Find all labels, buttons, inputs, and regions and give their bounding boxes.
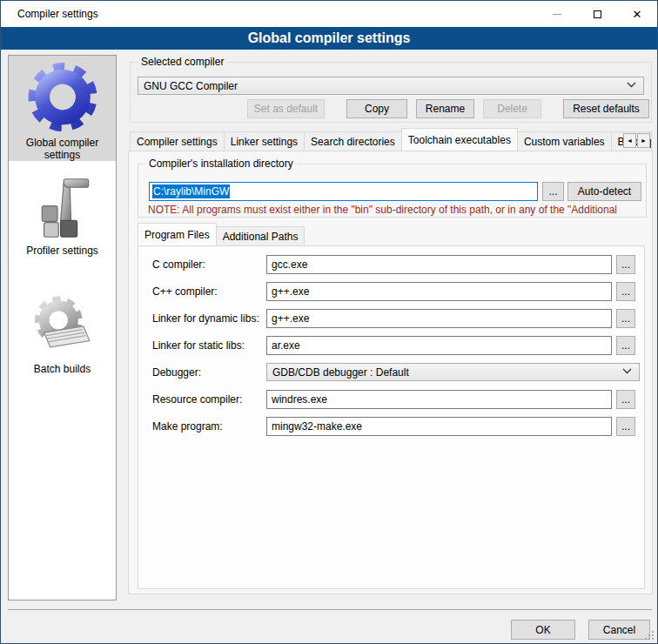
program-files-page: C compiler: ... C++ compiler: ... Linker… bbox=[138, 245, 645, 589]
cancel-button[interactable]: Cancel bbox=[588, 620, 650, 640]
minimize-icon bbox=[553, 14, 561, 15]
tab-scroll-right-icon: ► bbox=[641, 138, 647, 144]
dynamic-linker-row: Linker for dynamic libs: ... bbox=[138, 309, 644, 328]
sidebar-item-label: Batch builds bbox=[16, 363, 110, 375]
delete-button[interactable]: Delete bbox=[483, 99, 541, 118]
debugger-row: Debugger: GDB/CDB debugger : Default bbox=[138, 363, 644, 382]
minimize-button[interactable] bbox=[537, 1, 577, 27]
browse-directory-button[interactable]: ... bbox=[542, 182, 564, 201]
profiler-caliper-icon bbox=[30, 175, 96, 241]
cpp-compiler-label: C++ compiler: bbox=[152, 285, 218, 298]
installation-directory-input[interactable]: C:\raylib\MinGW bbox=[149, 182, 538, 201]
debugger-label: Debugger: bbox=[152, 366, 201, 379]
installation-directory-value: C:\raylib\MinGW bbox=[152, 184, 230, 198]
sidebar-item-profiler-settings[interactable]: Profiler settings bbox=[9, 170, 116, 264]
tab-scroll-left-button[interactable]: ◄ bbox=[623, 133, 636, 148]
static-linker-input[interactable] bbox=[266, 336, 612, 355]
caption-buttons: ✕ bbox=[537, 1, 657, 27]
installation-directory-legend: Compiler's installation directory bbox=[145, 158, 297, 170]
close-icon: ✕ bbox=[633, 9, 642, 20]
compiler-tabs: Compiler settings Linker settings Search… bbox=[130, 131, 652, 151]
set-as-default-button[interactable]: Set as default bbox=[247, 99, 325, 118]
note-text: NOTE: All programs must exist either in … bbox=[148, 204, 641, 216]
window-title: Compiler settings bbox=[17, 8, 98, 20]
debugger-select-value: GDB/CDB debugger : Default bbox=[272, 366, 409, 379]
resource-compiler-row: Resource compiler: ... bbox=[138, 390, 644, 409]
make-program-input[interactable] bbox=[266, 417, 612, 436]
tab-custom-variables[interactable]: Custom variables bbox=[517, 131, 612, 151]
c-compiler-label: C compiler: bbox=[152, 258, 205, 271]
program-tabs: Program Files Additional Paths bbox=[138, 226, 304, 245]
sidebar-item-label: Global compiler settings bbox=[16, 137, 110, 161]
tab-toolchain-executables[interactable]: Toolchain executables bbox=[401, 128, 518, 151]
chevron-down-icon bbox=[622, 368, 632, 374]
tab-program-files[interactable]: Program Files bbox=[138, 223, 217, 245]
compiler-select[interactable]: GNU GCC Compiler bbox=[138, 77, 644, 95]
tab-compiler-settings[interactable]: Compiler settings bbox=[130, 131, 225, 151]
resize-grip[interactable] bbox=[645, 631, 655, 641]
toolchain-executables-page: Compiler's installation directory C:\ray… bbox=[128, 151, 653, 594]
static-linker-row: Linker for static libs: ... bbox=[138, 336, 644, 355]
make-program-label: Make program: bbox=[152, 420, 223, 433]
cpp-compiler-row: C++ compiler: ... bbox=[138, 282, 644, 301]
resource-compiler-label: Resource compiler: bbox=[152, 393, 242, 406]
selected-compiler-legend: Selected compiler bbox=[138, 56, 227, 68]
blue-gear-icon bbox=[26, 61, 99, 133]
compiler-select-value: GNU GCC Compiler bbox=[144, 80, 238, 92]
close-button[interactable]: ✕ bbox=[617, 1, 657, 27]
selected-compiler-group: Selected compiler GNU GCC Compiler Set a… bbox=[130, 62, 652, 123]
sidebar-item-global-compiler-settings[interactable]: Global compiler settings bbox=[9, 56, 116, 161]
tab-scroll-left-icon: ◄ bbox=[627, 138, 633, 144]
c-compiler-browse-button[interactable]: ... bbox=[616, 255, 635, 274]
static-linker-label: Linker for static libs: bbox=[152, 339, 245, 352]
dynamic-linker-input[interactable] bbox=[266, 309, 612, 328]
tab-additional-paths[interactable]: Additional Paths bbox=[216, 226, 306, 245]
resource-compiler-browse-button[interactable]: ... bbox=[616, 390, 635, 409]
titlebar: Compiler settings ✕ bbox=[1, 1, 657, 27]
maximize-button[interactable] bbox=[577, 1, 617, 27]
tab-scroll-right-button[interactable]: ► bbox=[637, 133, 650, 148]
chevron-down-icon bbox=[627, 82, 636, 88]
tab-scroll-buttons: ◄ ► bbox=[622, 133, 650, 148]
tab-linker-settings[interactable]: Linker settings bbox=[224, 131, 305, 151]
c-compiler-input[interactable] bbox=[266, 255, 612, 274]
ok-button[interactable]: OK bbox=[511, 620, 575, 640]
c-compiler-row: C compiler: ... bbox=[138, 255, 644, 274]
dynamic-linker-browse-button[interactable]: ... bbox=[616, 309, 635, 328]
resource-compiler-input[interactable] bbox=[266, 390, 612, 409]
debugger-select[interactable]: GDB/CDB debugger : Default bbox=[266, 363, 640, 381]
sidebar-item-batch-builds[interactable]: Batch builds bbox=[9, 288, 116, 382]
tab-search-directories[interactable]: Search directories bbox=[304, 131, 402, 151]
rename-button[interactable]: Rename bbox=[416, 99, 474, 118]
dynamic-linker-label: Linker for dynamic libs: bbox=[152, 312, 259, 325]
footer-divider bbox=[8, 609, 652, 610]
batch-builds-gear-icon bbox=[30, 293, 96, 359]
make-program-browse-button[interactable]: ... bbox=[616, 417, 635, 436]
copy-button[interactable]: Copy bbox=[346, 99, 407, 118]
compiler-settings-dialog: Compiler settings ✕ Global compiler sett… bbox=[0, 0, 658, 644]
sidebar-item-label: Profiler settings bbox=[16, 245, 110, 257]
static-linker-browse-button[interactable]: ... bbox=[616, 336, 635, 355]
auto-detect-button[interactable]: Auto-detect bbox=[567, 182, 641, 201]
reset-defaults-button[interactable]: Reset defaults bbox=[563, 99, 649, 118]
maximize-icon bbox=[594, 10, 601, 18]
cpp-compiler-browse-button[interactable]: ... bbox=[616, 282, 635, 301]
cpp-compiler-input[interactable] bbox=[266, 282, 612, 301]
make-program-row: Make program: ... bbox=[138, 417, 644, 436]
page-title: Global compiler settings bbox=[1, 27, 657, 50]
sidebar: Global compiler settings Profiler settin… bbox=[8, 55, 117, 600]
